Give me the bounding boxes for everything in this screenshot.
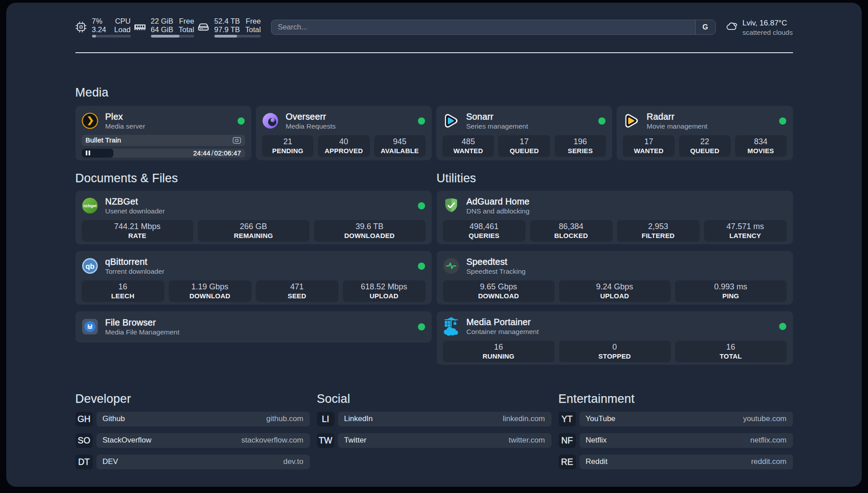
- bookmark-url: github.com: [266, 414, 303, 423]
- search-provider-button[interactable]: G: [695, 20, 715, 34]
- cpu-load-label: Load: [114, 25, 131, 34]
- bookmark-name: LinkedIn: [344, 414, 503, 423]
- elapsed-time: 24:44: [193, 149, 211, 157]
- service-card-adguard[interactable]: AdGuard Home DNS and adblocking 498,461Q…: [437, 191, 793, 244]
- bookmark-twitter[interactable]: TW Twittertwitter.com: [317, 433, 551, 448]
- bookmark-linkedin[interactable]: LI LinkedInlinkedin.com: [317, 412, 551, 426]
- cpu-load-value: 3.24: [92, 25, 106, 34]
- service-card-overseerr[interactable]: Overseerr Media Requests 21PENDING 40APP…: [256, 106, 432, 160]
- resource-text: 22 GiBFree 64 GiBTotal: [151, 17, 194, 38]
- service-card-nzbget[interactable]: nzbget NZBGet Usenet downloader 744.21 M…: [75, 191, 432, 244]
- two-column-groups: Documents & Files nzbget: [75, 171, 793, 365]
- service-title: Media Portainer: [467, 317, 539, 327]
- disk-widget: 52.4 TBFree 97.9 TBTotal: [198, 17, 261, 38]
- service-header: AdGuard Home DNS and adblocking: [443, 196, 787, 215]
- bookmark-abbr: GH: [75, 412, 93, 426]
- disk-total-value: 97.9 TB: [214, 25, 240, 34]
- service-card-sonarr[interactable]: Sonarr Series management 485WANTED 17QUE…: [436, 106, 612, 160]
- bookmark-pill: Githubgithub.com: [96, 412, 310, 426]
- now-playing-title: Bullet Train: [86, 136, 233, 144]
- bookmark-name: Github: [103, 414, 267, 423]
- stat-total: 16TOTAL: [675, 341, 787, 362]
- bookmark-pill: YouTubeyoutube.com: [580, 412, 793, 426]
- bookmark-pill: Twittertwitter.com: [338, 433, 551, 448]
- bookmark-dev[interactable]: DT DEVdev.to: [75, 455, 310, 469]
- service-card-radarr[interactable]: Radarr Movie management 17WANTED 22QUEUE…: [617, 106, 793, 160]
- bookmark-url: stackoverflow.com: [242, 436, 304, 445]
- status-dot: [418, 117, 425, 125]
- service-stats: 744.21 MbpsRATE 266 GBREMAINING 39.6 TBD…: [82, 220, 426, 242]
- stat-queries: 498,461QUERIES: [443, 220, 526, 242]
- service-subtitle: Media server: [105, 122, 146, 130]
- bookmark-abbr: RE: [559, 455, 576, 469]
- search-form: G: [271, 20, 715, 35]
- playback-progress-bar[interactable]: 24:44/02:06:47: [82, 149, 245, 158]
- stat-seed: 471SEED: [256, 280, 338, 302]
- speedtest-icon: [443, 257, 459, 275]
- status-dot: [238, 117, 245, 125]
- stat-running: 16RUNNING: [443, 341, 555, 362]
- bookmark-url: reddit.com: [751, 457, 786, 466]
- bookmark-name: Reddit: [586, 457, 751, 466]
- portainer-icon: [443, 317, 459, 335]
- memory-progress-fill: [151, 35, 179, 38]
- service-stats: 498,461QUERIES 86,384BLOCKED 2,953FILTER…: [443, 220, 787, 242]
- bookmark-group-title: Social: [317, 392, 551, 406]
- service-header: Plex Media server: [82, 112, 245, 130]
- resource-widgets: 7%CPU 3.24Load 22 GiBFree 64 GiBTotal: [75, 17, 261, 38]
- bookmark-abbr: TW: [317, 433, 334, 448]
- disk-progress-fill: [214, 35, 237, 38]
- search-input[interactable]: [271, 20, 695, 34]
- card-stack: AdGuard Home DNS and adblocking 498,461Q…: [437, 191, 793, 365]
- service-card-plex[interactable]: Plex Media server Bullet Train 24:44/02:…: [75, 106, 251, 160]
- service-card-speedtest[interactable]: Speedtest Speedtest Tracking 9.65 GbpsDO…: [437, 251, 793, 305]
- bookmark-github[interactable]: GH Githubgithub.com: [75, 412, 310, 426]
- bookmark-youtube[interactable]: YT YouTubeyoutube.com: [559, 412, 793, 426]
- filebrowser-icon: [82, 318, 98, 336]
- pause-icon[interactable]: [86, 150, 90, 155]
- service-title: AdGuard Home: [467, 196, 530, 207]
- bookmark-reddit[interactable]: RE Redditreddit.com: [559, 455, 793, 469]
- bookmark-name: DEV: [103, 457, 284, 466]
- bookmark-pill: DEVdev.to: [96, 455, 310, 469]
- radarr-icon: [623, 112, 639, 130]
- stat-download: 1.19 GbpsDOWNLOAD: [169, 280, 251, 302]
- service-names: Radarr Movie management: [647, 112, 707, 130]
- service-names: qBittorrent Torrent downloader: [105, 257, 165, 276]
- service-header: nzbget NZBGet Usenet downloader: [82, 196, 426, 215]
- bookmark-rows: YT YouTubeyoutube.com NF Netflixnetflix.…: [559, 412, 793, 469]
- bookmark-groups: Developer GH Githubgithub.com SO StackOv…: [75, 392, 793, 469]
- service-subtitle: Torrent downloader: [105, 267, 165, 276]
- service-names: Plex Media server: [105, 112, 146, 130]
- service-card-filebrowser[interactable]: File Browser Media File Management: [75, 311, 432, 343]
- bookmark-netflix[interactable]: NF Netflixnetflix.com: [559, 433, 793, 448]
- bookmark-url: twitter.com: [509, 436, 545, 445]
- service-subtitle: Media Requests: [286, 122, 336, 130]
- service-stats: 485WANTED 17QUEUED 196SERIES: [442, 135, 606, 157]
- cpu-label: CPU: [115, 17, 131, 25]
- svg-text:qb: qb: [85, 262, 94, 270]
- service-stats: 16LEECH 1.19 GbpsDOWNLOAD 471SEED 618.52…: [82, 280, 426, 302]
- bookmark-stackoverflow[interactable]: SO StackOverflowstackoverflow.com: [75, 433, 310, 448]
- stat-stopped: 0STOPPED: [559, 341, 671, 362]
- bookmark-url: netflix.com: [750, 436, 786, 445]
- service-title: Sonarr: [466, 112, 528, 122]
- qbittorrent-icon: qb: [82, 257, 98, 275]
- service-card-portainer[interactable]: Media Portainer Container management 16R…: [437, 311, 793, 365]
- bookmark-abbr: YT: [559, 412, 576, 426]
- bookmark-url: youtube.com: [743, 414, 786, 423]
- svg-text:nzbget: nzbget: [83, 204, 96, 208]
- stat-downloaded: 39.6 TBDOWNLOADED: [314, 220, 426, 242]
- cpu-percent: 7%: [92, 17, 103, 25]
- page-content: 7%CPU 3.24Load 22 GiBFree 64 GiBTotal: [75, 17, 793, 469]
- time-separator: /: [210, 149, 214, 157]
- cpu-icon: [75, 21, 87, 33]
- stat-ping: 0.993 msPING: [675, 280, 787, 302]
- memory-widget: 22 GiBFree 64 GiBTotal: [134, 17, 194, 38]
- stat-queued: 17QUEUED: [498, 135, 550, 157]
- weather-widget[interactable]: Lviv, 16.87°C scattered clouds: [726, 18, 793, 37]
- service-card-qbittorrent[interactable]: qb qBittorrent Torrent downloader 16LEEC…: [75, 251, 432, 305]
- stat-available: 945AVAILABLE: [374, 135, 426, 157]
- disk-free-value: 52.4 TB: [214, 17, 240, 25]
- group-documents: Documents & Files nzbget: [75, 171, 432, 365]
